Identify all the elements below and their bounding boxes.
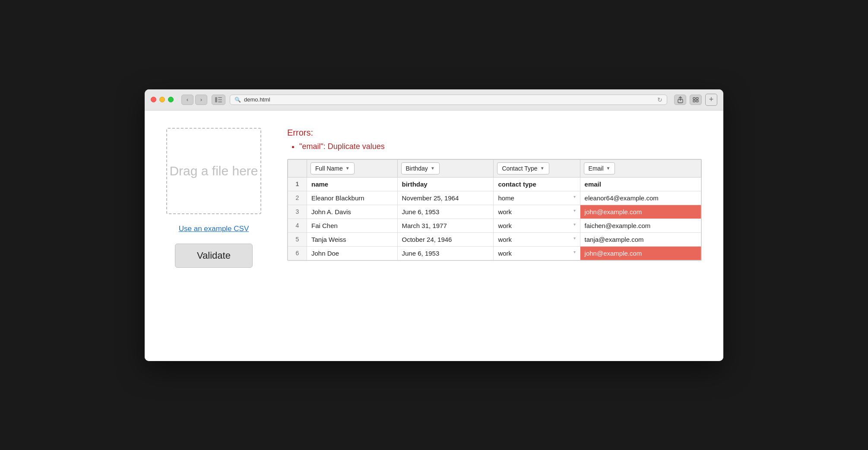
right-panel: Errors: "email": Duplicate values Full [287, 128, 702, 344]
svg-rect-6 [696, 98, 698, 99]
row-3-num: 3 [288, 205, 307, 219]
svg-rect-3 [218, 101, 222, 102]
table-row: 6 John Doe June 6, 1953 work ▾ john@exam… [288, 246, 701, 260]
csv-header-row: 1 name birthday contact type email [288, 177, 701, 191]
csv-header-contact-type: contact type [494, 177, 580, 191]
row-5-contact-type: work ▾ [494, 232, 580, 246]
nav-buttons: ‹ › [181, 95, 207, 105]
row-5-birthday: October 24, 1946 [397, 232, 494, 246]
example-csv-link[interactable]: Use an example CSV [179, 225, 249, 233]
birthday-dropdown-label: Birthday [406, 165, 428, 172]
email-dropdown-label: Email [589, 165, 604, 172]
csv-header-birthday: birthday [397, 177, 494, 191]
contact-type-caret-icon: ▾ [573, 236, 576, 241]
contact-type-caret-icon: ▾ [573, 208, 576, 213]
dropzone-label: Drag a file here [169, 162, 258, 179]
row-3-email: john@example.com [580, 205, 701, 219]
address-bar[interactable]: 🔍 demo.html ↻ [230, 95, 667, 105]
refresh-button[interactable]: ↻ [657, 96, 662, 103]
row-6-num: 6 [288, 246, 307, 260]
tab-overview-button[interactable] [690, 95, 702, 105]
contact-type-caret-icon: ▾ [573, 250, 576, 254]
table-row: 2 Eleanor Blackburn November 25, 1964 ho… [288, 191, 701, 205]
email-chevron-icon: ▼ [606, 166, 611, 171]
row-2-birthday: November 25, 1964 [397, 191, 494, 205]
toolbar-right: + [674, 94, 717, 106]
contact-type-dropdown[interactable]: Contact Type ▼ [497, 162, 549, 174]
errors-section: Errors: "email": Duplicate values [287, 128, 702, 151]
errors-list: "email": Duplicate values [299, 142, 702, 151]
svg-rect-0 [215, 97, 217, 102]
full-name-chevron-icon: ▼ [345, 166, 350, 171]
row-6-email: john@example.com [580, 246, 701, 260]
left-panel: Drag a file here Use an example CSV Vali… [166, 128, 261, 344]
contact-type-caret-icon: ▾ [573, 194, 576, 199]
browser-titlebar: ‹ › 🔍 demo.html ↻ [145, 89, 723, 111]
errors-title: Errors: [287, 128, 702, 138]
forward-button[interactable]: › [195, 95, 207, 105]
close-button[interactable] [151, 97, 156, 102]
error-item: "email": Duplicate values [299, 142, 702, 151]
email-dropdown[interactable]: Email ▼ [584, 162, 615, 174]
contact-type-caret-icon: ▾ [573, 222, 576, 227]
url-text: demo.html [244, 96, 652, 103]
sidebar-toggle-button[interactable] [212, 95, 225, 105]
validate-button[interactable]: Validate [175, 244, 253, 268]
row-6-contact-type: work ▾ [494, 246, 580, 260]
contact-type-dropdown-label: Contact Type [502, 165, 537, 172]
row-3-contact-type: work ▾ [494, 205, 580, 219]
row-2-full-name: Eleanor Blackburn [307, 191, 398, 205]
data-table: Full Name ▼ Birthday ▼ [287, 159, 702, 261]
row-4-full-name: Fai Chen [307, 219, 398, 232]
row-4-email: faichen@example.com [580, 219, 701, 232]
share-button[interactable] [674, 95, 686, 105]
new-tab-button[interactable]: + [705, 94, 717, 106]
csv-header-row-num: 1 [288, 177, 307, 191]
csv-header-email: email [580, 177, 701, 191]
contact-type-header-cell: Contact Type ▼ [494, 159, 580, 177]
birthday-chevron-icon: ▼ [431, 166, 435, 171]
maximize-button[interactable] [168, 97, 174, 102]
table-row: 4 Fai Chen March 31, 1977 work ▾ faichen… [288, 219, 701, 232]
row-3-birthday: June 6, 1953 [397, 205, 494, 219]
traffic-lights [151, 97, 174, 102]
row-num-header-cell [288, 159, 307, 177]
svg-rect-8 [696, 100, 698, 102]
browser-window: ‹ › 🔍 demo.html ↻ [145, 89, 723, 361]
page-content: Drag a file here Use an example CSV Vali… [145, 111, 723, 361]
table-row: 3 John A. Davis June 6, 1953 work ▾ john… [288, 205, 701, 219]
svg-rect-7 [693, 100, 695, 102]
row-3-full-name: John A. Davis [307, 205, 398, 219]
full-name-header-cell: Full Name ▼ [307, 159, 398, 177]
birthday-header-cell: Birthday ▼ [397, 159, 494, 177]
svg-rect-2 [218, 99, 222, 100]
email-header-cell: Email ▼ [580, 159, 701, 177]
row-5-full-name: Tanja Weiss [307, 232, 398, 246]
row-2-contact-type: home ▾ [494, 191, 580, 205]
back-button[interactable]: ‹ [181, 95, 193, 105]
minimize-button[interactable] [159, 97, 165, 102]
svg-rect-1 [218, 97, 222, 98]
row-4-num: 4 [288, 219, 307, 232]
row-6-full-name: John Doe [307, 246, 398, 260]
row-4-contact-type: work ▾ [494, 219, 580, 232]
search-icon: 🔍 [234, 97, 241, 103]
row-5-email: tanja@example.com [580, 232, 701, 246]
full-name-dropdown[interactable]: Full Name ▼ [310, 162, 355, 174]
row-6-birthday: June 6, 1953 [397, 246, 494, 260]
row-4-birthday: March 31, 1977 [397, 219, 494, 232]
contact-type-chevron-icon: ▼ [540, 166, 545, 171]
svg-rect-5 [693, 98, 695, 99]
table-row: 5 Tanja Weiss October 24, 1946 work ▾ ta… [288, 232, 701, 246]
full-name-dropdown-label: Full Name [315, 165, 343, 172]
row-2-num: 2 [288, 191, 307, 205]
birthday-dropdown[interactable]: Birthday ▼ [401, 162, 440, 174]
row-2-email: eleanor64@example.com [580, 191, 701, 205]
row-5-num: 5 [288, 232, 307, 246]
column-header-row: Full Name ▼ Birthday ▼ [288, 159, 701, 177]
file-dropzone[interactable]: Drag a file here [166, 128, 261, 214]
csv-header-full-name: name [307, 177, 398, 191]
